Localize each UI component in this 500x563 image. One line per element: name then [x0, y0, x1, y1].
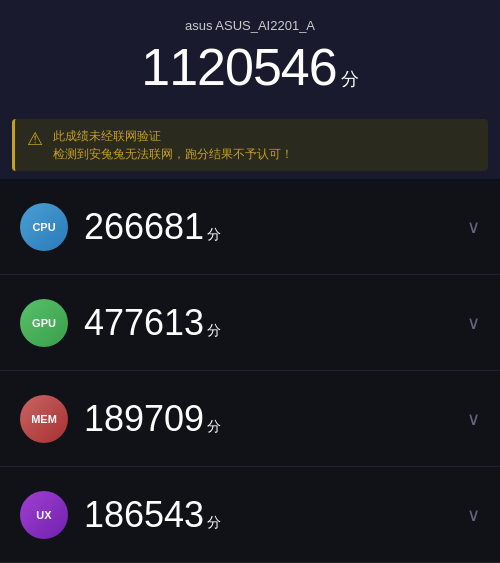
- row-unit-mem: 分: [207, 418, 221, 436]
- chevron-gpu-icon: ∨: [467, 312, 480, 334]
- badge-gpu: GPU: [20, 299, 68, 347]
- warning-icon: ⚠: [27, 128, 43, 150]
- score-row-gpu[interactable]: GPU 477613 分 ∨: [0, 275, 500, 371]
- row-score-gpu: 477613 分: [84, 302, 467, 344]
- warning-bar: ⚠ 此成绩未经联网验证 检测到安兔兔无法联网，跑分结果不予认可！: [12, 119, 488, 171]
- warning-line2: 检测到安兔兔无法联网，跑分结果不予认可！: [53, 145, 293, 163]
- warning-text: 此成绩未经联网验证 检测到安兔兔无法联网，跑分结果不予认可！: [53, 127, 293, 163]
- row-score-mem: 189709 分: [84, 398, 467, 440]
- score-row-mem[interactable]: MEM 189709 分 ∨: [0, 371, 500, 467]
- chevron-mem-icon: ∨: [467, 408, 480, 430]
- total-score-number: 1120546: [141, 37, 336, 97]
- header: asus ASUS_AI2201_A 1120546 分: [0, 0, 500, 107]
- row-number-cpu: 266681: [84, 206, 204, 248]
- device-name: asus ASUS_AI2201_A: [20, 18, 480, 33]
- chevron-cpu-icon: ∨: [467, 216, 480, 238]
- row-unit-cpu: 分: [207, 226, 221, 244]
- score-rows: CPU 266681 分 ∨ GPU 477613 分 ∨ MEM 189709…: [0, 179, 500, 563]
- score-row-cpu[interactable]: CPU 266681 分 ∨: [0, 179, 500, 275]
- badge-mem: MEM: [20, 395, 68, 443]
- total-score-container: 1120546 分: [20, 37, 480, 97]
- row-number-ux: 186543: [84, 494, 204, 536]
- row-score-cpu: 266681 分: [84, 206, 467, 248]
- row-number-mem: 189709: [84, 398, 204, 440]
- score-row-ux[interactable]: UX 186543 分 ∨: [0, 467, 500, 563]
- row-unit-ux: 分: [207, 514, 221, 532]
- warning-line1: 此成绩未经联网验证: [53, 127, 293, 145]
- badge-cpu: CPU: [20, 203, 68, 251]
- row-unit-gpu: 分: [207, 322, 221, 340]
- row-score-ux: 186543 分: [84, 494, 467, 536]
- chevron-ux-icon: ∨: [467, 504, 480, 526]
- row-number-gpu: 477613: [84, 302, 204, 344]
- total-score-unit: 分: [341, 67, 359, 91]
- badge-ux: UX: [20, 491, 68, 539]
